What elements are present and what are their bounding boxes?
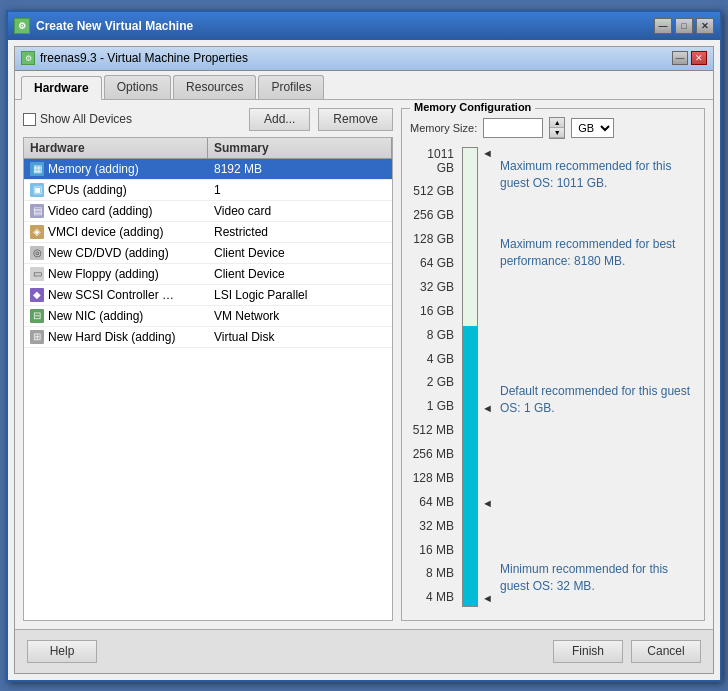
inner-window: ⚙ freenas9.3 - Virtual Machine Propertie… <box>14 46 714 674</box>
cpu-icon: ▣ <box>30 183 44 197</box>
outer-title-bar: ⚙ Create New Virtual Machine — □ ✕ <box>8 12 720 40</box>
unit-select[interactable]: MB GB <box>571 118 614 138</box>
hw-cell-summary: Virtual Disk <box>208 327 392 347</box>
hw-cell-name: ▤ Video card (adding) <box>24 201 208 221</box>
nic-icon: ⊟ <box>30 309 44 323</box>
table-row[interactable]: ▤ Video card (adding) Video card <box>24 201 392 222</box>
hw-cell-name: ◎ New CD/DVD (adding) <box>24 243 208 263</box>
table-row[interactable]: ▭ New Floppy (adding) Client Device <box>24 264 392 285</box>
inner-minimize-btn[interactable]: — <box>672 51 688 65</box>
hw-cell-summary: Restricted <box>208 222 392 242</box>
help-button[interactable]: Help <box>27 640 97 663</box>
outer-window-title: Create New Virtual Machine <box>36 19 193 33</box>
footer: Help Finish Cancel <box>15 629 713 673</box>
inner-title-controls: — ✕ <box>672 51 707 65</box>
table-row[interactable]: ◎ New CD/DVD (adding) Client Device <box>24 243 392 264</box>
inner-title-bar: ⚙ freenas9.3 - Virtual Machine Propertie… <box>15 47 713 71</box>
main-content: Show All Devices Add... Remove Hardware … <box>15 100 713 629</box>
hw-cell-name: ▭ New Floppy (adding) <box>24 264 208 284</box>
spin-buttons: ▲ ▼ <box>549 117 565 139</box>
tab-hardware[interactable]: Hardware <box>21 76 102 100</box>
hardware-col-header: Hardware <box>24 138 208 158</box>
outer-window-icon: ⚙ <box>14 18 30 34</box>
scsi-icon: ◆ <box>30 288 44 302</box>
memory-note-1: Maximum recommended for best performance… <box>500 236 696 270</box>
videocard-icon: ▤ <box>30 204 44 218</box>
table-row[interactable]: ⊞ New Hard Disk (adding) Virtual Disk <box>24 327 392 348</box>
outer-window: ⚙ Create New Virtual Machine — □ ✕ ⚙ fre… <box>6 10 722 682</box>
hw-cell-name: ◈ VMCI device (adding) <box>24 222 208 242</box>
left-panel: Show All Devices Add... Remove Hardware … <box>23 108 393 621</box>
hw-cell-summary: Video card <box>208 201 392 221</box>
outer-minimize-btn[interactable]: — <box>654 18 672 34</box>
table-row[interactable]: ◈ VMCI device (adding) Restricted <box>24 222 392 243</box>
memory-config-group: Memory Configuration Memory Size: ▲ ▼ MB… <box>401 108 705 621</box>
cddvd-icon: ◎ <box>30 246 44 260</box>
arrow-1gb: ◄ <box>482 497 496 509</box>
floppy-icon: ▭ <box>30 267 44 281</box>
hw-cell-summary: Client Device <box>208 243 392 263</box>
table-row[interactable]: ⊟ New NIC (adding) VM Network <box>24 306 392 327</box>
hw-cell-name: ◆ New SCSI Controller (add... <box>24 285 208 305</box>
outer-maximize-btn[interactable]: □ <box>675 18 693 34</box>
memory-notes: Maximum recommended for this guest OS: 1… <box>500 147 696 607</box>
hw-cell-name: ⊟ New NIC (adding) <box>24 306 208 326</box>
outer-window-controls: — □ ✕ <box>654 18 714 34</box>
spin-up-btn[interactable]: ▲ <box>550 118 564 128</box>
memory-scale-labels: 1011 GB 512 GB 256 GB 128 GB 64 GB 32 GB… <box>410 147 458 607</box>
memory-chart-area: 1011 GB 512 GB 256 GB 128 GB 64 GB 32 GB… <box>410 147 696 607</box>
hw-cell-name: ▣ CPUs (adding) <box>24 180 208 200</box>
memory-size-input[interactable] <box>483 118 543 138</box>
arrow-32mb: ◄ <box>482 592 496 604</box>
finish-button[interactable]: Finish <box>553 640 623 663</box>
harddisk-icon: ⊞ <box>30 330 44 344</box>
hardware-table: Hardware Summary ▦ Memory (adding) 8192 … <box>23 137 393 621</box>
footer-right: Finish Cancel <box>553 640 701 663</box>
toolbar: Show All Devices Add... Remove <box>23 108 393 131</box>
tab-profiles[interactable]: Profiles <box>258 75 324 99</box>
table-row[interactable]: ▣ CPUs (adding) 1 <box>24 180 392 201</box>
memory-note-2: Default recommended for this guest OS: 1… <box>500 383 696 417</box>
table-row[interactable]: ◆ New SCSI Controller (add... LSI Logic … <box>24 285 392 306</box>
memory-arrows: ◄ ◄ ◄ ◄ <box>482 147 496 607</box>
memory-note-3: Minimum recommended for this guest OS: 3… <box>500 561 696 595</box>
arrow-1011gb: ◄ <box>482 147 496 159</box>
hw-cell-summary: LSI Logic Parallel <box>208 285 392 305</box>
hw-cell-name: ⊞ New Hard Disk (adding) <box>24 327 208 347</box>
tab-resources[interactable]: Resources <box>173 75 256 99</box>
hw-cell-summary: 8192 MB <box>208 159 392 179</box>
inner-window-icon: ⚙ <box>21 51 35 65</box>
memory-size-row: Memory Size: ▲ ▼ MB GB <box>410 117 696 139</box>
memory-config-legend: Memory Configuration <box>410 101 535 113</box>
cancel-button[interactable]: Cancel <box>631 640 701 663</box>
show-all-devices-label[interactable]: Show All Devices <box>23 112 132 126</box>
add-button[interactable]: Add... <box>249 108 310 131</box>
table-header: Hardware Summary <box>24 138 392 159</box>
memory-bar <box>462 147 478 607</box>
tab-options[interactable]: Options <box>104 75 171 99</box>
table-row[interactable]: ▦ Memory (adding) 8192 MB <box>24 159 392 180</box>
outer-close-btn[interactable]: ✕ <box>696 18 714 34</box>
hw-cell-summary: Client Device <box>208 264 392 284</box>
inner-close-btn[interactable]: ✕ <box>691 51 707 65</box>
memory-icon: ▦ <box>30 162 44 176</box>
show-all-devices-checkbox[interactable] <box>23 113 36 126</box>
inner-window-title: freenas9.3 - Virtual Machine Properties <box>40 51 248 65</box>
tab-bar: Hardware Options Resources Profiles <box>15 71 713 100</box>
memory-note-0: Maximum recommended for this guest OS: 1… <box>500 158 696 192</box>
vmci-icon: ◈ <box>30 225 44 239</box>
arrow-8180mb: ◄ <box>482 402 496 414</box>
summary-col-header: Summary <box>208 138 392 158</box>
hw-cell-name: ▦ Memory (adding) <box>24 159 208 179</box>
right-panel: Memory Configuration Memory Size: ▲ ▼ MB… <box>401 108 705 621</box>
hw-cell-summary: 1 <box>208 180 392 200</box>
hw-cell-summary: VM Network <box>208 306 392 326</box>
spin-down-btn[interactable]: ▼ <box>550 128 564 138</box>
remove-button[interactable]: Remove <box>318 108 393 131</box>
memory-size-label: Memory Size: <box>410 122 477 134</box>
